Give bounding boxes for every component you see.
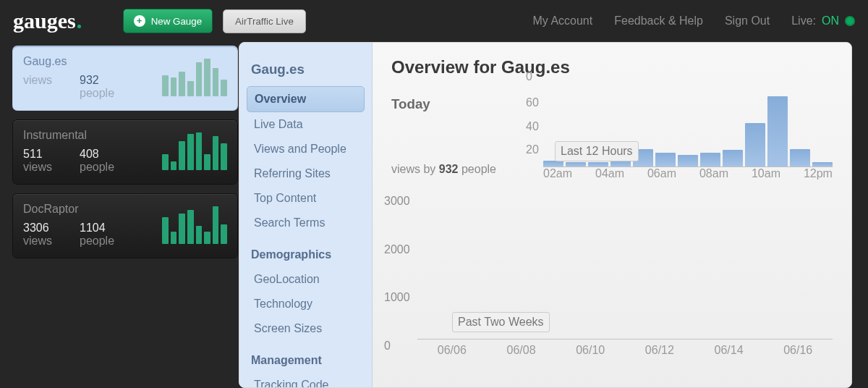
new-gauge-label: New Gauge xyxy=(151,16,202,27)
live-state: ON xyxy=(822,14,839,28)
new-gauge-button[interactable]: +New Gauge xyxy=(123,9,213,33)
nav-geolocation[interactable]: GeoLocation xyxy=(247,267,365,292)
main-content: Overview for Gaug.es Today views by 932 … xyxy=(373,43,851,387)
hour-bar xyxy=(678,155,698,166)
hour-bar xyxy=(723,150,743,166)
hour-bar xyxy=(566,162,586,166)
sparkline xyxy=(162,59,227,96)
nav-screen-sizes[interactable]: Screen Sizes xyxy=(247,316,365,341)
hour-chart-badge: Last 12 Hours xyxy=(555,141,639,161)
hour-bar xyxy=(790,149,810,166)
airtraffic-button[interactable]: AirTraffic Live xyxy=(223,9,306,33)
hour-bar xyxy=(543,161,563,166)
live-label: Live: xyxy=(791,14,816,28)
logo[interactable]: gauges xyxy=(13,10,81,32)
live-status[interactable]: Live: ON xyxy=(791,14,855,28)
gauge-card-docraptor[interactable]: DocRaptor3306views1104people xyxy=(13,194,237,258)
sparkline xyxy=(162,132,227,170)
sidenav-management-heading: Management xyxy=(251,354,365,367)
nav-top-content[interactable]: Top Content xyxy=(247,186,365,211)
page-title: Overview for Gaug.es xyxy=(391,57,833,77)
gauge-cards: Gaug.esviews932peopleInstrumental511view… xyxy=(13,46,237,268)
sidenav-title: Gaug.es xyxy=(251,62,365,77)
gauge-card-gaug-es[interactable]: Gaug.esviews932people xyxy=(13,46,237,110)
hour-bar xyxy=(767,96,788,166)
logo-dot-icon xyxy=(77,25,81,28)
hour-bar xyxy=(745,123,765,166)
nav-feedback[interactable]: Feedback & Help xyxy=(614,14,703,28)
nav-technology[interactable]: Technology xyxy=(247,292,365,316)
hour-bar xyxy=(700,153,720,166)
hour-bar xyxy=(812,162,833,166)
nav-live-data[interactable]: Live Data xyxy=(247,112,365,137)
plus-icon: + xyxy=(134,15,145,27)
side-nav: Gaug.es OverviewLive DataViews and Peopl… xyxy=(239,43,373,387)
hour-bar xyxy=(588,162,608,166)
gauge-card-instrumental[interactable]: Instrumental511views408people xyxy=(13,120,237,184)
hour-bar xyxy=(655,153,676,166)
nav-search-terms[interactable]: Search Terms xyxy=(247,211,365,235)
logo-text: gauges xyxy=(13,10,76,32)
weeks-chart-badge: Past Two Weeks xyxy=(452,312,550,332)
nav-views-and-people[interactable]: Views and People xyxy=(247,137,365,161)
nav-signout[interactable]: Sign Out xyxy=(725,14,770,28)
nav-overview[interactable]: Overview xyxy=(247,86,365,112)
hour-bar xyxy=(610,161,631,166)
nav-my-account[interactable]: My Account xyxy=(533,14,593,28)
nav-referring-sites[interactable]: Referring Sites xyxy=(247,161,365,186)
today-heading: Today xyxy=(391,96,526,112)
sidenav-demographics-heading: Demographics xyxy=(251,248,365,261)
views-by-line: views by 932 people xyxy=(391,163,526,176)
sparkline xyxy=(162,206,227,244)
nav-tracking-code[interactable]: Tracking Code xyxy=(247,373,365,388)
weeks-chart: 3000200010000 06/0606/0806/1006/1206/140… xyxy=(391,195,833,361)
hourly-chart: 6040200 02am04am06am08am10am12pm Last 12… xyxy=(526,96,833,183)
header: gauges +New Gauge AirTraffic Live My Acc… xyxy=(0,0,868,42)
live-dot-icon xyxy=(845,16,855,26)
airtraffic-label: AirTraffic Live xyxy=(235,16,294,27)
